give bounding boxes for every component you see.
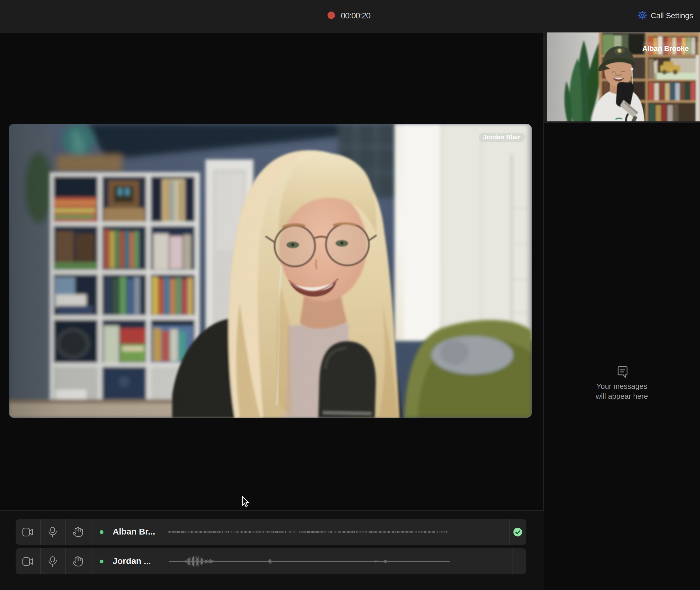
svg-text:Alban Brooke: Alban Brooke bbox=[642, 44, 689, 53]
svg-text:Jordan Blair: Jordan Blair bbox=[483, 133, 520, 140]
